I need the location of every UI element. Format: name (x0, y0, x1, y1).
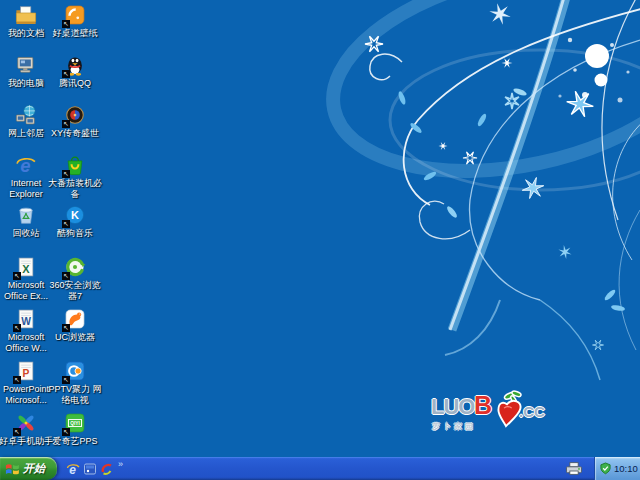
watermark-caption: 萝卜家园 (432, 421, 476, 432)
desktop-icon-haozhuodao-wallpaper[interactable]: ↖ 好桌道壁纸 (43, 4, 107, 39)
windows-logo-icon (5, 462, 20, 476)
shortcut-arrow-badge: ↖ (62, 20, 70, 28)
shortcut-arrow-badge: ↖ (62, 70, 70, 78)
taskbar-clock[interactable]: 10:10 (614, 463, 638, 474)
luobo-watermark: LUO B .CC 萝卜家园 (431, 391, 561, 439)
shortcut-arrow-badge: ↖ (13, 324, 21, 332)
shortcut-arrow-badge: ↖ (62, 376, 70, 384)
taskbar: 开始 e » (0, 457, 640, 480)
screen: 我的文档 ↖ 好桌道壁纸 (0, 0, 640, 480)
printer-taskbar-button[interactable] (561, 460, 587, 477)
quicklaunch-app-window-icon[interactable] (83, 462, 97, 476)
shortcut-arrow-badge: ↖ (13, 428, 21, 436)
desktop-icon-uc-browser[interactable]: ↖ UC浏览器 (43, 308, 107, 343)
svg-text:P: P (23, 368, 30, 379)
desktop-icon-iqiyi-pps[interactable]: QIYI ↖ 爱奇艺PPS (43, 412, 107, 447)
desktop-icon-label: 回收站 (13, 228, 40, 239)
desktop-icon-tomato-essentials[interactable]: ↖ 大番茄装机必 备 (43, 154, 107, 200)
printer-icon (564, 461, 584, 476)
shortcut-arrow-badge: ↖ (62, 220, 70, 228)
watermark-text-cc: .CC (519, 403, 545, 420)
shortcut-arrow-badge: ↖ (62, 170, 70, 178)
desktop-icon-tencent-qq[interactable]: ↖ 腾讯QQ (43, 54, 107, 89)
desktop-icon-label: 我的文档 (8, 28, 44, 39)
tomato-essentials-icon: ↖ (64, 154, 86, 176)
svg-text:W: W (21, 316, 31, 327)
desktop-icon-pptv[interactable]: ↖ PPTV聚力 网 络电视 (43, 360, 107, 406)
tencent-qq-icon: ↖ (64, 54, 86, 76)
desktop-icon-xy-legend-game[interactable]: ↖ XY传奇盛世 (43, 104, 107, 139)
pptv-icon: ↖ (64, 360, 86, 382)
shortcut-arrow-badge: ↖ (62, 428, 70, 436)
svg-text:QIYI: QIYI (70, 421, 80, 426)
uc-browser-icon: ↖ (64, 308, 86, 330)
360-browser-icon: ↖ (64, 256, 86, 278)
desktop-icon-label: Microsoft Office W... (5, 332, 46, 354)
shortcut-arrow-badge: ↖ (62, 324, 70, 332)
desktop-icon-label: 腾讯QQ (59, 78, 91, 89)
recycle-bin-icon (15, 204, 37, 226)
svg-text:e: e (20, 155, 30, 176)
desktop-icon-label: UC浏览器 (55, 332, 95, 343)
ms-word-icon: W ↖ (15, 308, 37, 330)
network-places-icon (15, 104, 37, 126)
desktop-icon-label: XY传奇盛世 (51, 128, 99, 139)
tray-utility-icon[interactable] (600, 462, 611, 475)
start-button-label: 开始 (23, 461, 45, 476)
shortcut-arrow-badge: ↖ (62, 272, 70, 280)
desktop-icon-label: 爱奇艺PPS (52, 436, 97, 447)
quick-launch-bar: e » (66, 458, 123, 480)
quicklaunch-media-app-icon[interactable] (100, 462, 114, 476)
system-tray: 10:10 (594, 457, 640, 480)
my-documents-icon (15, 4, 37, 26)
kugou-music-icon: K ↖ (64, 204, 86, 226)
desktop-icon-label: 大番茄装机必 备 (48, 178, 102, 200)
quicklaunch-overflow-chevron[interactable]: » (118, 460, 123, 469)
desktop-surface[interactable]: 我的文档 ↖ 好桌道壁纸 (0, 0, 640, 480)
xy-legend-game-icon: ↖ (64, 104, 86, 126)
desktop-icon-label: PPTV聚力 网 络电视 (48, 384, 101, 406)
shortcut-arrow-badge: ↖ (62, 120, 70, 128)
my-computer-icon (15, 54, 37, 76)
desktop-icon-label: 360安全浏览 器7 (49, 280, 100, 302)
desktop-icon-label: 网上邻居 (8, 128, 44, 139)
start-button[interactable]: 开始 (0, 457, 57, 480)
desktop-icon-360-browser[interactable]: ↖ 360安全浏览 器7 (43, 256, 107, 302)
svg-text:X: X (22, 263, 30, 275)
shortcut-arrow-badge: ↖ (13, 376, 21, 384)
ms-excel-icon: X ↖ (15, 256, 37, 278)
desktop-icon-label: 好桌道壁纸 (53, 28, 98, 39)
haozhuodao-wallpaper-icon: ↖ (64, 4, 86, 26)
desktop-icon-label: 我的电脑 (8, 78, 44, 89)
desktop-icon-label: Internet Explorer (9, 178, 43, 200)
iqiyi-pps-icon: QIYI ↖ (64, 412, 86, 434)
haozhuo-phone-assistant-icon: ↖ (15, 412, 37, 434)
ms-powerpoint-icon: P ↖ (15, 360, 37, 382)
desktop-icon-label: Microsoft Office Ex... (4, 280, 48, 302)
desktop-icon-label: 酷狗音乐 (57, 228, 93, 239)
shortcut-arrow-badge: ↖ (13, 272, 21, 280)
svg-text:K: K (71, 209, 79, 221)
quicklaunch-internet-explorer-icon[interactable]: e (66, 462, 80, 476)
internet-explorer-icon: e (15, 154, 37, 176)
desktop-icon-kugou-music[interactable]: K ↖ 酷狗音乐 (43, 204, 107, 239)
watermark-text-luo: LUO (431, 394, 474, 420)
